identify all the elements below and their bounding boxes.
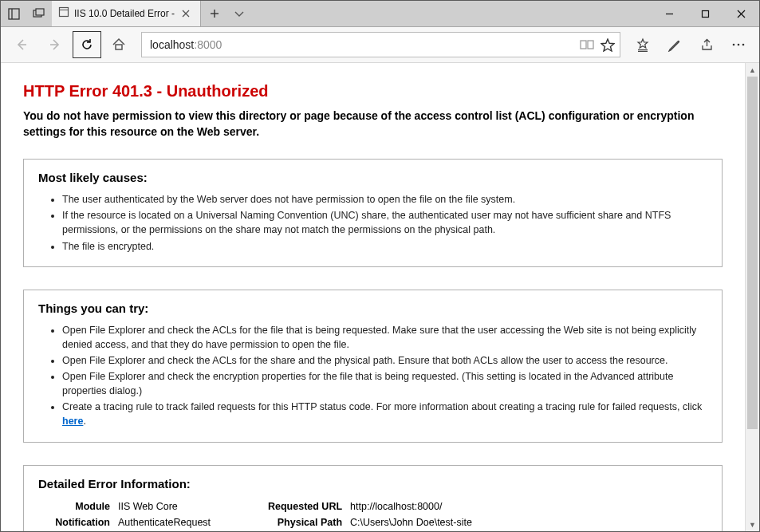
titlebar-left xyxy=(1,1,52,26)
tab-title: IIS 10.0 Detailed Error - xyxy=(74,8,175,19)
web-notes-icon[interactable] xyxy=(659,30,691,59)
scroll-track[interactable] xyxy=(746,77,759,518)
svg-rect-18 xyxy=(588,41,593,49)
close-window-button[interactable] xyxy=(723,1,759,26)
scroll-up-arrow[interactable]: ▲ xyxy=(746,63,759,77)
causes-heading: Most likely causes: xyxy=(38,171,707,184)
physical-path-label: Physical Path xyxy=(242,514,350,530)
notification-label: Notification xyxy=(38,514,118,530)
detail-table-left: ModuleIIS Web Core NotificationAuthentic… xyxy=(38,499,211,531)
svg-point-25 xyxy=(738,44,740,46)
module-label: Module xyxy=(38,499,118,514)
svg-point-24 xyxy=(733,44,735,46)
error-title: HTTP Error 401.3 - Unauthorized xyxy=(23,82,723,100)
list-item: Open File Explorer and check the encrypt… xyxy=(62,369,707,398)
physical-path-value: C:\Users\John Doe\test-site xyxy=(350,514,472,530)
reading-view-icon[interactable] xyxy=(580,37,594,52)
svg-rect-17 xyxy=(581,41,586,49)
tab-dropdown-button[interactable] xyxy=(228,1,250,26)
svg-rect-16 xyxy=(116,45,122,49)
list-item: If the resource is located on a Universa… xyxy=(62,208,707,237)
list-item: Create a tracing rule to track failed re… xyxy=(62,400,707,428)
window-controls xyxy=(652,1,759,26)
new-tab-button[interactable] xyxy=(201,1,228,26)
favorite-star-icon[interactable] xyxy=(601,37,615,52)
address-text: localhost:8000 xyxy=(150,38,575,51)
back-button[interactable] xyxy=(6,30,37,59)
maximize-button[interactable] xyxy=(687,1,723,26)
tries-list: Open File Explorer and check the ACLs fo… xyxy=(38,323,707,429)
page-content: HTTP Error 401.3 - Unauthorized You do n… xyxy=(1,63,745,531)
detail-heading: Detailed Error Information: xyxy=(38,477,707,491)
svg-rect-4 xyxy=(60,8,69,17)
tries-heading: Things you can try: xyxy=(38,301,707,315)
scroll-down-arrow[interactable]: ▼ xyxy=(746,518,759,531)
list-item: Open File Explorer and check the ACLs fo… xyxy=(62,323,707,352)
detail-table-right: Requested URLhttp://localhost:8000/ Phys… xyxy=(242,499,472,531)
share-icon[interactable] xyxy=(691,30,723,59)
list-item: Open File Explorer and check the ACLs fo… xyxy=(62,353,707,368)
close-tab-button[interactable] xyxy=(179,7,192,20)
more-icon[interactable] xyxy=(723,30,754,59)
svg-marker-19 xyxy=(601,39,614,51)
things-you-can-try-box: Things you can try: Open File Explorer a… xyxy=(23,290,723,443)
svg-marker-20 xyxy=(638,39,648,48)
list-item: The user authenticated by the Web server… xyxy=(62,192,707,207)
svg-rect-0 xyxy=(9,9,19,19)
svg-rect-3 xyxy=(36,9,44,15)
viewport: HTTP Error 401.3 - Unauthorized You do n… xyxy=(1,63,759,531)
home-button[interactable] xyxy=(103,30,135,59)
error-subtitle: You do not have permission to view this … xyxy=(23,108,723,140)
notification-value: AuthenticateRequest xyxy=(118,514,211,530)
list-item: The file is encrypted. xyxy=(62,239,707,254)
requested-url-value: http://localhost:8000/ xyxy=(350,499,472,514)
favorites-list-icon[interactable] xyxy=(627,30,659,59)
browser-tab[interactable]: IIS 10.0 Detailed Error - xyxy=(52,1,201,26)
address-bar[interactable]: localhost:8000 xyxy=(141,32,620,57)
module-value: IIS Web Core xyxy=(118,499,211,514)
minimize-button[interactable] xyxy=(652,1,687,26)
vertical-scrollbar[interactable]: ▲ ▼ xyxy=(745,63,759,531)
causes-list: The user authenticated by the Web server… xyxy=(38,192,707,254)
svg-point-26 xyxy=(742,44,745,46)
most-likely-causes-box: Most likely causes: The user authenticat… xyxy=(23,159,723,267)
handler-value: StaticFile xyxy=(118,530,211,531)
svg-rect-11 xyxy=(703,10,709,17)
handler-label: Handler xyxy=(38,530,118,531)
detailed-error-box: Detailed Error Information: ModuleIIS We… xyxy=(23,465,723,531)
toolbar-right xyxy=(627,30,754,59)
tabs-aside-icon[interactable] xyxy=(1,1,26,26)
tracing-here-link[interactable]: here xyxy=(62,416,83,427)
forward-button[interactable] xyxy=(39,30,71,59)
tab-preview-icon[interactable] xyxy=(26,1,52,26)
navbar: localhost:8000 xyxy=(1,27,759,63)
refresh-button[interactable] xyxy=(73,31,101,58)
requested-url-label: Requested URL xyxy=(242,499,350,514)
scroll-thumb[interactable] xyxy=(747,77,758,429)
titlebar: IIS 10.0 Detailed Error - xyxy=(1,1,759,27)
page-icon xyxy=(58,6,69,21)
logon-method-value: Anonymous xyxy=(350,530,472,531)
browser-window: IIS 10.0 Detailed Error - xyxy=(0,0,760,532)
logon-method-label: Logon Method xyxy=(242,530,350,531)
